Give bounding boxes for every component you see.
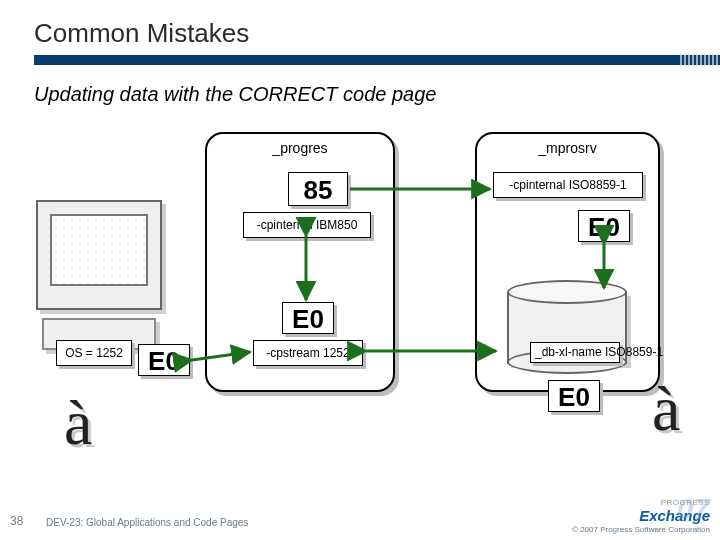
cpinternal-ibm-label: -cpinternal IBM850 [243, 212, 371, 238]
copyright: © 2007 Progress Software Corporation [572, 525, 710, 534]
progres-label: _progres [207, 134, 393, 156]
os-codepage-label: OS = 1252 [56, 340, 132, 366]
glyph-client: à [64, 386, 92, 460]
mprosrv-label: _mprosrv [477, 134, 658, 156]
char-code-e0-stream: E0 [282, 302, 334, 334]
char-code-e0-server: E0 [578, 210, 630, 242]
exchange-logo: 07 PROGRESS Exchange [639, 498, 710, 524]
title-bar [34, 55, 720, 65]
glyph-db: à [652, 372, 680, 446]
diagram-canvas: _progres _mprosrv 85 -cpinternal ISO8859… [0, 110, 720, 490]
db-xl-name-label: _db-xl-name ISO8859-1 [530, 342, 620, 363]
footer: 38 DEV-23: Global Applications and Code … [0, 496, 720, 540]
cpinternal-iso-label: -cpinternal ISO8859-1 [493, 172, 643, 198]
footer-session-title: DEV-23: Global Applications and Code Pag… [46, 517, 248, 528]
page-number: 38 [10, 514, 23, 528]
slide-title: Common Mistakes [34, 18, 720, 49]
char-code-85: 85 [288, 172, 348, 206]
slide-subtitle: Updating data with the CORRECT code page [0, 73, 720, 106]
char-code-e0-client: E0 [138, 344, 190, 376]
char-code-e0-db: E0 [548, 380, 600, 412]
cpstream-label: -cpstream 1252 [253, 340, 363, 366]
logo-year: 07 [677, 492, 710, 526]
